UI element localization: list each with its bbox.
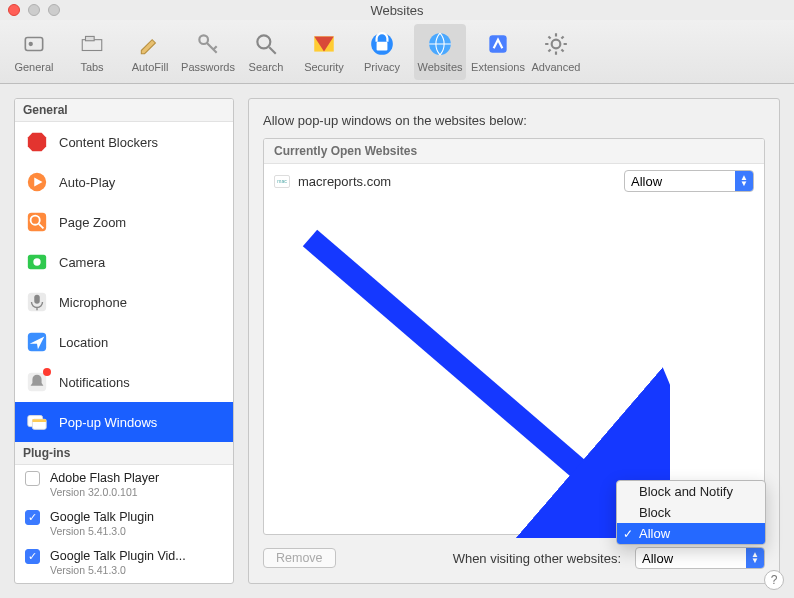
sidebar-item-label: Location — [59, 335, 108, 350]
plugin-row-talk-video[interactable]: ✓ Google Talk Plugin Vid... Version 5.41… — [15, 543, 233, 582]
site-row[interactable]: mac macreports.com Allow ▲▼ — [264, 164, 764, 198]
toolbar-websites[interactable]: Websites — [414, 24, 466, 80]
pencil-icon — [137, 31, 163, 57]
zoom-icon — [25, 210, 49, 234]
policy-option-block-notify[interactable]: Block and Notify — [617, 481, 765, 502]
toolbar-tabs[interactable]: Tabs — [66, 24, 118, 80]
svg-point-19 — [33, 258, 40, 265]
help-button[interactable]: ? — [764, 570, 784, 590]
remove-button[interactable]: Remove — [263, 548, 336, 568]
svg-rect-26 — [32, 419, 46, 422]
site-policy-select[interactable]: Allow ▲▼ — [624, 170, 754, 192]
window-title: Websites — [370, 3, 423, 18]
chevron-updown-icon: ▲▼ — [735, 171, 753, 191]
plugin-row-talk[interactable]: ✓ Google Talk Plugin Version 5.41.3.0 — [15, 504, 233, 543]
toolbar-autofill[interactable]: AutoFill — [124, 24, 176, 80]
plugin-checkbox[interactable] — [25, 471, 40, 486]
toolbar-security[interactable]: Security — [298, 24, 350, 80]
select-value: Allow — [642, 551, 673, 566]
sidebar-item-location[interactable]: Location — [15, 322, 233, 362]
notification-badge-icon — [43, 368, 51, 376]
sidebar-item-label: Auto-Play — [59, 175, 115, 190]
sidebar-section-general-header: General — [15, 99, 233, 122]
svg-point-5 — [257, 35, 270, 48]
svg-point-1 — [29, 41, 33, 45]
key-icon — [195, 31, 221, 57]
main-heading: Allow pop-up windows on the websites bel… — [263, 113, 765, 128]
search-icon — [253, 31, 279, 57]
stop-sign-icon — [25, 130, 49, 154]
plugin-row-flash[interactable]: Adobe Flash Player Version 32.0.0.101 — [15, 465, 233, 504]
menu-item-label: Allow — [639, 526, 670, 541]
toolbar-passwords[interactable]: Passwords — [182, 24, 234, 80]
plugin-checkbox[interactable]: ✓ — [25, 510, 40, 525]
checkmark-icon: ✓ — [623, 527, 633, 541]
switch-icon — [21, 31, 47, 57]
location-icon — [25, 330, 49, 354]
globe-icon — [427, 31, 453, 57]
plugin-version: Version 5.41.3.0 — [50, 525, 154, 537]
close-window-button[interactable] — [8, 4, 20, 16]
sidebar-item-label: Notifications — [59, 375, 130, 390]
sidebar-item-label: Pop-up Windows — [59, 415, 157, 430]
sidebar-item-camera[interactable]: Camera — [15, 242, 233, 282]
svg-rect-0 — [25, 37, 42, 50]
policy-option-block[interactable]: Block — [617, 502, 765, 523]
titlebar: Websites — [0, 0, 794, 20]
gear-icon — [543, 31, 569, 57]
minimize-window-button[interactable] — [28, 4, 40, 16]
camera-icon — [25, 250, 49, 274]
sidebar-item-content-blockers[interactable]: Content Blockers — [15, 122, 233, 162]
select-value: Allow — [631, 174, 662, 189]
toolbar-advanced[interactable]: Advanced — [530, 24, 582, 80]
svg-marker-13 — [28, 133, 46, 151]
sidebar-item-label: Camera — [59, 255, 105, 270]
play-icon — [25, 170, 49, 194]
other-websites-label: When visiting other websites: — [453, 551, 621, 566]
plugin-version: Version 32.0.0.101 — [50, 486, 159, 498]
favicon-icon: mac — [274, 175, 290, 188]
plugin-checkbox[interactable]: ✓ — [25, 549, 40, 564]
sidebar-item-label: Content Blockers — [59, 135, 158, 150]
tabs-icon — [79, 31, 105, 57]
sidebar-item-autoplay[interactable]: Auto-Play — [15, 162, 233, 202]
plugin-label: Google Talk Plugin — [50, 510, 154, 525]
svg-point-4 — [199, 35, 208, 44]
sidebar-item-popup-windows[interactable]: Pop-up Windows — [15, 402, 233, 442]
toolbar-general[interactable]: General — [8, 24, 60, 80]
extensions-icon — [485, 31, 511, 57]
plugin-label: Adobe Flash Player — [50, 471, 159, 486]
plugin-version: Version 5.41.3.0 — [50, 564, 186, 576]
other-policy-select[interactable]: Allow ▲▼ — [635, 547, 765, 569]
plugin-label: Google Talk Plugin Vid... — [50, 549, 186, 564]
lock-icon — [311, 31, 337, 57]
maximize-window-button[interactable] — [48, 4, 60, 16]
sidebar-item-notifications[interactable]: Notifications — [15, 362, 233, 402]
sidebar-item-label: Page Zoom — [59, 215, 126, 230]
sidebar-section-plugins-header: Plug-ins — [15, 442, 233, 465]
sidebar: General Content Blockers Auto-Play Page … — [14, 98, 234, 584]
window-controls — [8, 4, 60, 16]
websites-list: Currently Open Websites mac macreports.c… — [263, 138, 765, 535]
svg-point-12 — [552, 39, 561, 48]
toolbar-privacy[interactable]: Privacy — [356, 24, 408, 80]
svg-rect-2 — [82, 39, 102, 50]
chevron-updown-icon: ▲▼ — [746, 548, 764, 568]
list-header: Currently Open Websites — [264, 139, 764, 164]
svg-rect-9 — [377, 41, 388, 50]
sidebar-item-page-zoom[interactable]: Page Zoom — [15, 202, 233, 242]
popup-windows-icon — [25, 410, 49, 434]
svg-rect-21 — [34, 295, 40, 304]
sidebar-item-label: Microphone — [59, 295, 127, 310]
svg-rect-3 — [86, 36, 95, 40]
toolbar-extensions[interactable]: Extensions — [472, 24, 524, 80]
microphone-icon — [25, 290, 49, 314]
site-name: macreports.com — [298, 174, 616, 189]
policy-option-allow[interactable]: ✓Allow — [617, 523, 765, 544]
toolbar-search[interactable]: Search — [240, 24, 292, 80]
menu-item-label: Block and Notify — [639, 484, 733, 499]
sidebar-item-microphone[interactable]: Microphone — [15, 282, 233, 322]
privacy-icon — [369, 31, 395, 57]
policy-popup-menu[interactable]: Block and Notify Block ✓Allow — [616, 480, 766, 545]
menu-item-label: Block — [639, 505, 671, 520]
